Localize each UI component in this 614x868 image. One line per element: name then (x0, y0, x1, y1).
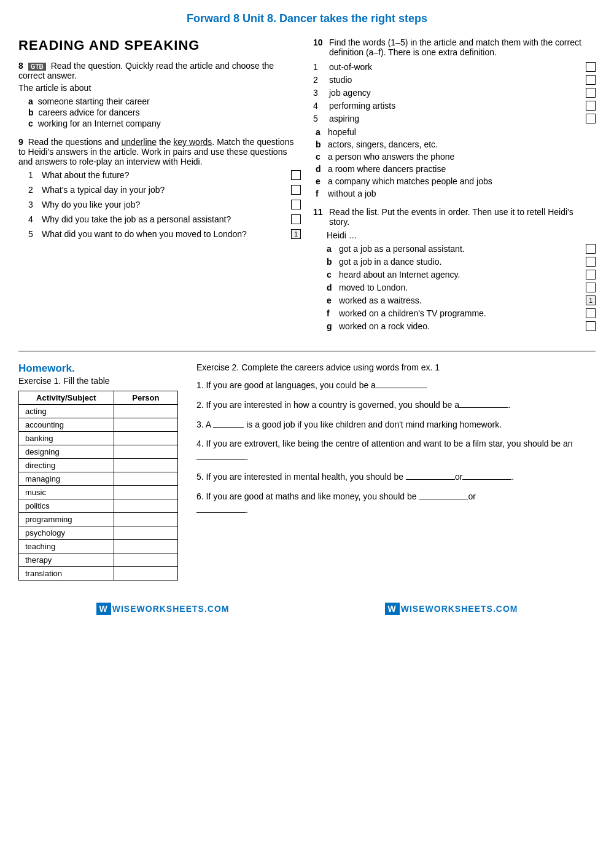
homework-section: Homework. Exercise 1. Fill the table Act… (18, 362, 596, 581)
person-cell[interactable] (114, 540, 177, 553)
checkbox-11-f[interactable] (586, 308, 596, 318)
blank-5a[interactable] (406, 470, 455, 480)
question-9: 9 Read the questions and underline the k… (18, 137, 301, 239)
person-cell[interactable] (114, 499, 177, 513)
page: Forward 8 Unit 8. Dancer takes the right… (0, 0, 614, 868)
list-item: b careers advice for dancers (28, 108, 301, 117)
ex2-item-6: 6. If you are good at maths and like mon… (196, 490, 596, 517)
blank-5b[interactable] (462, 470, 511, 480)
checkbox-q9-3[interactable] (291, 200, 301, 209)
q8-instruction: Read the question. Quickly read the arti… (18, 61, 274, 80)
blank-1[interactable] (376, 378, 425, 388)
checkbox-10-2[interactable] (586, 75, 596, 85)
person-cell[interactable] (114, 553, 177, 567)
checkbox-11-g[interactable] (586, 321, 596, 331)
footer-right: W WISEWORKSHEETS.COM (307, 599, 596, 619)
person-cell[interactable] (114, 418, 177, 432)
table-row: banking (19, 432, 178, 445)
table-row: teaching (19, 540, 178, 553)
person-cell[interactable] (114, 432, 177, 445)
match-item: e worked as a waitress. 1 (327, 295, 596, 305)
nq-item: 1 What about the future? (28, 170, 301, 180)
ex2-item-4: 4. If you are extrovert, like being the … (196, 437, 596, 464)
checkbox-q9-1[interactable] (291, 170, 301, 180)
def-item: a hopeful (316, 127, 596, 137)
ex2-label: Exercise 2. Complete the careers advice … (196, 362, 596, 372)
section-title: READING AND SPEAKING (18, 37, 301, 53)
blank-4[interactable] (196, 450, 246, 460)
nq-item: 5 What did you want to do when you moved… (28, 229, 301, 239)
hw-left: Homework. Exercise 1. Fill the table Act… (18, 362, 178, 581)
match-item: g worked on a rock video. (327, 321, 596, 331)
person-cell[interactable] (114, 526, 177, 540)
nq-item: 2 What's a typical day in your job? (28, 185, 301, 195)
checkbox-11-a[interactable] (586, 244, 596, 254)
checkbox-10-3[interactable] (586, 88, 596, 98)
checkbox-11-b[interactable] (586, 257, 596, 267)
blank-6b[interactable] (196, 503, 246, 513)
question-10: 10 Find the words (1–5) in the article a… (313, 37, 596, 198)
checkbox-11-d[interactable] (586, 283, 596, 292)
table-row: accounting (19, 418, 178, 432)
blank-3[interactable] (213, 418, 244, 428)
opt-c-text: working for an Internet company (38, 119, 161, 128)
person-cell[interactable] (114, 459, 177, 472)
match-item: 1 out-of-work (313, 62, 596, 72)
footer-logo-left: W WISEWORKSHEETS.COM (96, 603, 230, 615)
main-content: READING AND SPEAKING 8 GTB Read the ques… (18, 37, 596, 340)
q11-events: a got a job as a personal assistant. b g… (327, 244, 596, 331)
right-column: 10 Find the words (1–5) in the article a… (313, 37, 596, 340)
checkbox-10-5[interactable] (586, 114, 596, 123)
match-item: 4 performing artists (313, 101, 596, 111)
person-cell[interactable] (114, 405, 177, 418)
person-cell[interactable] (114, 445, 177, 459)
table-row: acting (19, 405, 178, 418)
match-item: f worked on a children's TV programme. (327, 308, 596, 318)
person-cell[interactable] (114, 486, 177, 499)
q9-questions: 1 What about the future? 2 What's a typi… (28, 170, 301, 239)
q10-words: 1 out-of-work 2 studio 3 job agency (313, 62, 596, 123)
checkbox-11-c[interactable] (586, 270, 596, 280)
blank-6a[interactable] (419, 490, 468, 499)
nq-item: 3 Why do you like your job? (28, 200, 301, 209)
hw-title: Homework. (18, 362, 178, 375)
section-divider (18, 351, 596, 351)
opt-a-text: someone starting their career (38, 96, 150, 106)
checkbox-10-1[interactable] (586, 62, 596, 72)
q9-instruction: Read the questions and underline the key… (18, 137, 293, 166)
ex2-item-2: 2. If you are interested in how a countr… (196, 398, 596, 412)
checkbox-10-4[interactable] (586, 101, 596, 111)
table-row: designing (19, 445, 178, 459)
match-item: c heard about an Internet agency. (327, 270, 596, 280)
table-row: managing (19, 472, 178, 486)
checkbox-q9-2[interactable] (291, 185, 301, 195)
blank-2[interactable] (459, 398, 508, 408)
footer-w-icon: W (96, 603, 111, 615)
table-row: programming (19, 513, 178, 526)
match-item: 5 aspiring (313, 114, 596, 123)
q10-definitions: a hopeful b actors, singers, dancers, et… (316, 127, 596, 198)
activity-cell: directing (19, 459, 114, 472)
person-cell[interactable] (114, 567, 177, 581)
left-column: READING AND SPEAKING 8 GTB Read the ques… (18, 37, 301, 340)
opt-a-label: a (28, 96, 33, 106)
activity-cell: acting (19, 405, 114, 418)
q8-article-about: The article is about (18, 83, 301, 93)
question-11: 11 Read the list. Put the events in orde… (313, 207, 596, 331)
checkbox-q9-5[interactable]: 1 (291, 229, 301, 239)
list-item: a someone starting their career (28, 96, 301, 106)
th-person: Person (114, 391, 177, 405)
footer-domain-right: WISEWORKSHEETS.COM (401, 604, 518, 614)
activity-table: Activity/Subject Person actingaccounting… (18, 391, 178, 581)
q8-badge: GTB (28, 63, 46, 71)
checkbox-q9-4[interactable] (291, 214, 301, 224)
def-item: e a company which matches people and job… (316, 176, 596, 186)
person-cell[interactable] (114, 513, 177, 526)
activity-cell: designing (19, 445, 114, 459)
table-row: directing (19, 459, 178, 472)
table-row: therapy (19, 553, 178, 567)
person-cell[interactable] (114, 472, 177, 486)
activity-cell: managing (19, 472, 114, 486)
activity-cell: teaching (19, 540, 114, 553)
checkbox-11-e[interactable]: 1 (586, 295, 596, 305)
